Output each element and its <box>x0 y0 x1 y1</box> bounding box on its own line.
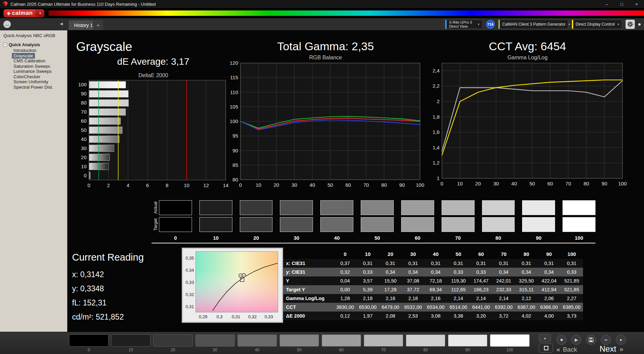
strip-level-labels: 0102030405060708090100 <box>159 234 595 242</box>
up-icon: ▲ <box>544 336 547 340</box>
save-button[interactable] <box>586 335 596 345</box>
window-title: Calman 2025 Calman Ultimate for Business… <box>10 2 156 7</box>
play-icon: ▶ <box>575 337 578 342</box>
svg-text:70: 70 <box>363 182 369 188</box>
gamma-chart-title: Gamma Log/Log <box>428 54 627 61</box>
sidebar-item-spectral-power-dist-[interactable]: Spectral Power Dist. <box>12 85 55 90</box>
meter-dropdown[interactable]: X-Rite i1Pro 3 Direct View ▼ <box>445 20 483 29</box>
meter-certification-badge[interactable]: 716 <box>486 20 495 29</box>
record-button[interactable]: ● <box>616 335 626 345</box>
overflow-dot-icon[interactable] <box>638 23 641 26</box>
calman-logo-text: calman <box>12 10 36 17</box>
add-tab-button[interactable]: + <box>93 20 103 30</box>
table-row-1: y: CIE310,320,330,340,340,340,330,330,34… <box>283 268 583 276</box>
table-cell: 315,11 <box>515 285 538 294</box>
svg-text:85: 85 <box>232 162 238 168</box>
rgb-balance-chart-title: RGB Balance <box>226 54 425 61</box>
table-cell: 1,28 <box>334 294 356 303</box>
pattern-generator-dropdown[interactable]: CalMAN Client 3 Pattern Generator ▼ <box>498 20 568 29</box>
svg-text:40: 40 <box>511 181 517 186</box>
cie-chart: 0,290,30,310,320,330,310,320,330,340,35 <box>183 249 281 321</box>
table-cell: 112,65 <box>447 285 470 294</box>
sidebar-item-grayscale[interactable]: Grayscale <box>12 53 35 59</box>
table-cell: 6532,00 <box>402 303 424 312</box>
next-button[interactable]: Next » <box>600 344 623 354</box>
patch-button-0[interactable]: 0 <box>69 334 108 352</box>
collapse-sidebar-icon[interactable]: ◀ <box>60 22 63 26</box>
target-swatch-80 <box>482 217 515 232</box>
patch-button-60[interactable]: 60 <box>322 334 361 352</box>
svg-text:10: 10 <box>81 164 87 169</box>
table-cell: 0,34 <box>538 268 560 276</box>
svg-text:4: 4 <box>127 182 129 188</box>
patch-button-40[interactable]: 40 <box>237 334 277 352</box>
pattern-generator-label: CalMAN Client 3 Pattern Generator <box>501 22 566 27</box>
reading-fl: fL: 152,31 <box>72 296 173 310</box>
workflow-sidebar: Quick Analysis NBC sRGB − Quick Analysis… <box>0 30 67 332</box>
sidebar-item-colorchecker[interactable]: ColorChecker <box>12 74 41 80</box>
settings-gear-button[interactable] <box>625 20 635 29</box>
patch-button-20[interactable]: 20 <box>153 334 193 352</box>
svg-text:1,2: 1,2 <box>432 160 440 166</box>
svg-text:90: 90 <box>232 148 238 153</box>
sidebar-item-luminance-sweeps[interactable]: Luminance Sweeps <box>12 69 53 74</box>
patch-button-10[interactable]: 10 <box>111 334 151 352</box>
patch-button-50[interactable]: 50 <box>280 334 319 352</box>
pattern-window-toggle-button[interactable] <box>539 344 553 353</box>
patch-button-90[interactable]: 90 <box>448 334 487 352</box>
svg-text:95: 95 <box>232 133 238 139</box>
patch-button-100[interactable]: 100 <box>490 334 529 352</box>
back-chevrons-icon: « <box>556 346 560 353</box>
total-gamma-heading: Total Gamma: 2,35 <box>226 39 425 53</box>
patch-scroll-up-button[interactable]: ▲ <box>539 334 551 342</box>
svg-text:30: 30 <box>493 181 499 186</box>
continuous-measure-button[interactable]: ∞ <box>601 335 611 345</box>
svg-text:30: 30 <box>292 182 297 188</box>
patch-button-70[interactable]: 70 <box>364 334 403 352</box>
patch-button-30[interactable]: 30 <box>195 334 235 352</box>
svg-text:12: 12 <box>203 182 209 188</box>
display-control-caret-icon: ▼ <box>615 23 622 26</box>
calman-app-icon <box>3 2 8 6</box>
table-cell: 6479,00 <box>379 303 402 312</box>
target-swatch-60 <box>401 217 434 232</box>
svg-text:40: 40 <box>310 182 315 188</box>
table-row-label: y: CIE31 <box>283 268 334 276</box>
svg-text:1,8: 1,8 <box>432 114 440 120</box>
table-cell: 0,34 <box>379 268 402 276</box>
tree-collapse-icon[interactable]: − <box>3 43 7 47</box>
sidebar-item-cms-calibration[interactable]: CMS Calibration <box>12 58 47 64</box>
sidebar-root-quick-analysis[interactable]: − Quick Analysis <box>2 41 65 48</box>
table-row-5: CCT3830,006530,006479,006532,006534,0065… <box>283 303 583 312</box>
back-label: Back <box>563 346 577 353</box>
table-cell: 2,27 <box>560 294 583 303</box>
stop-button[interactable]: ■ <box>556 335 567 345</box>
minimize-button[interactable]: – <box>600 0 614 8</box>
play-button[interactable]: ▶ <box>571 335 581 345</box>
sidebar-item-saturation-sweeps[interactable]: Saturation Sweeps <box>12 64 52 69</box>
table-cell: 2,16 <box>424 294 447 303</box>
back-button[interactable]: « Back <box>556 346 577 353</box>
sidebar-item-introduction[interactable]: Introduction <box>12 48 38 53</box>
workflow-tree: − Quick Analysis IntroductionGrayscaleCM… <box>0 40 67 91</box>
strip-level-60: 60 <box>401 234 434 242</box>
svg-text:0,32: 0,32 <box>186 292 194 297</box>
table-cell: 17,28 <box>379 285 402 294</box>
calman-menu-button[interactable]: ◈ calman ▼ <box>3 9 44 18</box>
table-cell: 0,04 <box>334 276 356 285</box>
table-col-0: 0 <box>334 249 356 259</box>
sidebar-item-screen-uniformity[interactable]: Screen Uniformity <box>12 79 50 85</box>
actual-row-label: Actual <box>152 200 159 215</box>
svg-text:10: 10 <box>184 182 190 188</box>
restore-button[interactable]: □ <box>614 0 629 8</box>
actual-swatch-50 <box>361 200 394 215</box>
close-button[interactable]: × <box>629 0 644 8</box>
display-control-dropdown[interactable]: Direct Display Control ▼ <box>572 20 622 29</box>
quick-access-button[interactable]: … <box>3 21 11 28</box>
table-cell: 3830,00 <box>334 303 356 312</box>
patch-button-80[interactable]: 80 <box>406 334 445 352</box>
table-cell: 0,33 <box>356 268 379 276</box>
table-cell: 0,31 <box>560 259 583 268</box>
measurement-table-wrap: 0102030405060708090100x: CIE310,370,310,… <box>283 249 583 320</box>
patch-swatch-100 <box>490 334 529 347</box>
